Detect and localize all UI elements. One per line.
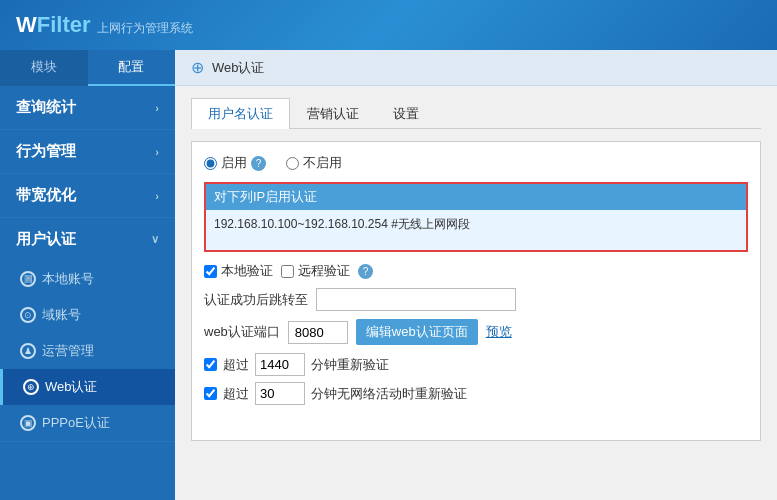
sidebar-section-label-behavior-mgmt: 行为管理 <box>16 142 76 161</box>
sidebar-item-ops-mgmt[interactable]: ♟ 运营管理 <box>0 333 175 369</box>
radio-disable-text: 不启用 <box>303 154 342 172</box>
main-header: ⊕ Web认证 <box>175 50 777 86</box>
sidebar: 模块 配置 查询统计 › 行为管理 › 带宽优化 › <box>0 50 175 500</box>
sidebar-item-pppoe-auth[interactable]: ▣ PPPoE认证 <box>0 405 175 441</box>
sidebar-section-bandwidth-opt: 带宽优化 › <box>0 174 175 218</box>
remote-help-icon[interactable]: ? <box>358 264 373 279</box>
redirect-label: 认证成功后跳转至 <box>204 291 308 309</box>
main-content-area: ⊕ Web认证 用户名认证 营销认证 设置 启用 ? <box>175 50 777 500</box>
exceed-suffix-2: 分钟无网络活动时重新验证 <box>311 385 467 403</box>
sidebar-item-label-web-auth: Web认证 <box>45 378 98 396</box>
tab-marketing-auth[interactable]: 营销认证 <box>290 98 376 129</box>
main-content: 用户名认证 营销认证 设置 启用 ? 不启用 <box>175 86 777 453</box>
sidebar-item-label-local-account: 本地账号 <box>42 270 94 288</box>
redirect-input[interactable] <box>316 288 516 311</box>
content-tabs: 用户名认证 营销认证 设置 <box>191 98 761 129</box>
preview-button[interactable]: 预览 <box>486 323 512 341</box>
ip-list-item: 192.168.10.100~192.168.10.254 #无线上网网段 <box>214 216 738 233</box>
chevron-right-icon: › <box>155 190 159 202</box>
enable-radio-group: 启用 ? 不启用 <box>204 154 748 172</box>
remote-validate-label[interactable]: 远程验证 <box>281 262 350 280</box>
edit-page-button[interactable]: 编辑web认证页面 <box>356 319 478 345</box>
sidebar-section-header-user-auth[interactable]: 用户认证 ∨ <box>0 218 175 261</box>
radio-enable-text: 启用 <box>221 154 247 172</box>
exceed-input-2[interactable] <box>255 382 305 405</box>
exceed-prefix-1: 超过 <box>223 356 249 374</box>
account-icon: 圖 <box>20 271 36 287</box>
sidebar-menu: 查询统计 › 行为管理 › 带宽优化 › 用户认证 ∨ <box>0 86 175 500</box>
sidebar-item-web-auth[interactable]: ⊕ Web认证 <box>0 369 175 405</box>
ip-list-header: 对下列IP启用认证 <box>206 184 746 210</box>
local-validate-label[interactable]: 本地验证 <box>204 262 273 280</box>
logo-w: W <box>16 12 37 37</box>
port-label: web认证端口 <box>204 323 280 341</box>
app-logo: WFilter 上网行为管理系统 <box>16 12 193 38</box>
exceed-row-2: 超过 分钟无网络活动时重新验证 <box>204 382 748 405</box>
pppoe-icon: ▣ <box>20 415 36 431</box>
sidebar-item-domain-account[interactable]: ⊙ 域账号 <box>0 297 175 333</box>
exceed-suffix-1: 分钟重新验证 <box>311 356 389 374</box>
sidebar-section-user-auth: 用户认证 ∨ 圖 本地账号 ⊙ 域账号 ♟ 运营管理 ⊕ Web认证 <box>0 218 175 442</box>
radio-disable[interactable] <box>286 157 299 170</box>
exceed-input-1[interactable] <box>255 353 305 376</box>
redirect-row: 认证成功后跳转至 <box>204 288 748 311</box>
sidebar-section-label-query-stats: 查询统计 <box>16 98 76 117</box>
sidebar-section-header-behavior-mgmt[interactable]: 行为管理 › <box>0 130 175 173</box>
exceed-checkbox-2[interactable] <box>204 387 217 400</box>
chevron-right-icon: › <box>155 102 159 114</box>
sidebar-item-label-ops-mgmt: 运营管理 <box>42 342 94 360</box>
sidebar-section-header-query-stats[interactable]: 查询统计 › <box>0 86 175 129</box>
sidebar-section-label-user-auth: 用户认证 <box>16 230 76 249</box>
main-header-title: Web认证 <box>212 59 265 77</box>
ops-icon: ♟ <box>20 343 36 359</box>
tab-settings[interactable]: 设置 <box>376 98 436 129</box>
web-auth-header-icon: ⊕ <box>191 58 204 77</box>
sidebar-section-query-stats: 查询统计 › <box>0 86 175 130</box>
sidebar-tab-module[interactable]: 模块 <box>0 50 88 86</box>
help-icon[interactable]: ? <box>251 156 266 171</box>
sidebar-tabs: 模块 配置 <box>0 50 175 86</box>
port-input[interactable] <box>288 321 348 344</box>
main-layout: 模块 配置 查询统计 › 行为管理 › 带宽优化 › <box>0 50 777 500</box>
ip-list-body: 192.168.10.100~192.168.10.254 #无线上网网段 <box>206 210 746 250</box>
app-header: WFilter 上网行为管理系统 <box>0 0 777 50</box>
logo-subtitle: 上网行为管理系统 <box>97 20 193 37</box>
radio-enable-label[interactable]: 启用 ? <box>204 154 266 172</box>
port-row: web认证端口 编辑web认证页面 预览 <box>204 319 748 345</box>
chevron-right-icon: › <box>155 146 159 158</box>
exceed-checkbox-1[interactable] <box>204 358 217 371</box>
sidebar-item-label-domain-account: 域账号 <box>42 306 81 324</box>
chevron-down-icon: ∨ <box>151 233 159 246</box>
tab-username-auth[interactable]: 用户名认证 <box>191 98 290 129</box>
validation-checkbox-row: 本地验证 远程验证 ? <box>204 262 748 280</box>
radio-disable-label[interactable]: 不启用 <box>286 154 342 172</box>
exceed-row-1: 超过 分钟重新验证 <box>204 353 748 376</box>
sidebar-tab-config[interactable]: 配置 <box>88 50 176 86</box>
logo-text: WFilter <box>16 12 91 38</box>
tab-content-username-auth: 启用 ? 不启用 对下列IP启用认证 192.168.10.100~192.16… <box>191 141 761 441</box>
sidebar-section-behavior-mgmt: 行为管理 › <box>0 130 175 174</box>
remote-validate-checkbox[interactable] <box>281 265 294 278</box>
sidebar-section-header-bandwidth-opt[interactable]: 带宽优化 › <box>0 174 175 217</box>
local-validate-checkbox[interactable] <box>204 265 217 278</box>
sidebar-item-label-pppoe-auth: PPPoE认证 <box>42 414 110 432</box>
exceed-prefix-2: 超过 <box>223 385 249 403</box>
sidebar-item-local-account[interactable]: 圖 本地账号 <box>0 261 175 297</box>
ip-list-container: 对下列IP启用认证 192.168.10.100~192.168.10.254 … <box>204 182 748 252</box>
logo-filter: Filter <box>37 12 91 37</box>
web-icon: ⊕ <box>23 379 39 395</box>
sidebar-section-label-bandwidth-opt: 带宽优化 <box>16 186 76 205</box>
radio-enable[interactable] <box>204 157 217 170</box>
domain-icon: ⊙ <box>20 307 36 323</box>
local-validate-text: 本地验证 <box>221 262 273 280</box>
remote-validate-text: 远程验证 <box>298 262 350 280</box>
